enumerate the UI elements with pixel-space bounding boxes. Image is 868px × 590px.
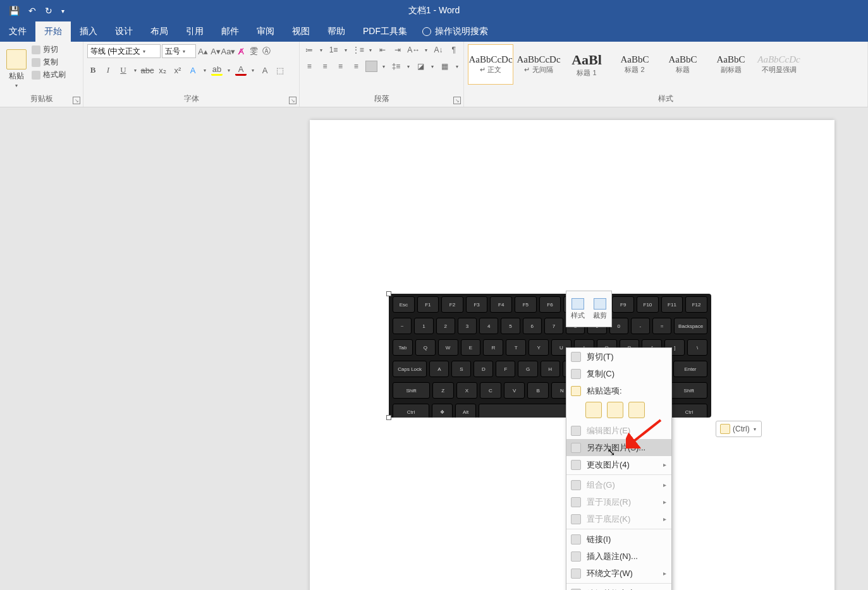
text-effect-icon[interactable]: A: [187, 64, 199, 76]
resize-handle[interactable]: [386, 415, 391, 420]
ctx-copy[interactable]: 复制(C): [566, 365, 671, 382]
align-left-icon[interactable]: ≡: [303, 61, 315, 72]
line-spacing-icon[interactable]: ‡≡: [390, 61, 402, 72]
ctx-bring-front: 置于顶层(R)▸: [566, 493, 671, 510]
keyboard-key: Caps Lock: [393, 361, 427, 377]
format-painter-button[interactable]: 格式刷: [32, 69, 66, 80]
paste-button[interactable]: 粘贴 ▾: [4, 44, 29, 93]
keyboard-key: A: [429, 361, 449, 377]
align-center-icon[interactable]: ≡: [319, 61, 331, 72]
keyboard-key: Enter: [673, 361, 707, 377]
bold-button[interactable]: B: [87, 64, 99, 76]
keyboard-key: H: [541, 361, 560, 377]
style-item[interactable]: AaBbC标题 2: [612, 44, 657, 85]
ltr-icon[interactable]: A↔: [407, 44, 420, 56]
ctx-cut[interactable]: 剪切(T): [566, 348, 671, 365]
fill-icon[interactable]: ◪: [415, 61, 427, 72]
paste-option-picture[interactable]: [628, 402, 645, 418]
style-item[interactable]: AaBbCcDc不明显强调: [756, 44, 802, 85]
shading-icon[interactable]: [365, 61, 377, 72]
bullets-icon[interactable]: ≔: [303, 44, 315, 56]
keyboard-key: Ctrl: [393, 404, 429, 418]
copy-icon: [32, 58, 40, 67]
save-icon[interactable]: 💾: [9, 6, 20, 16]
numbering-icon[interactable]: 1≡: [327, 44, 339, 56]
shrink-font-icon[interactable]: A▾: [210, 45, 221, 57]
cut-button[interactable]: 剪切: [32, 44, 66, 55]
show-marks-icon[interactable]: ¶: [448, 44, 460, 56]
tab-pdf[interactable]: PDF工具集: [354, 21, 416, 42]
tab-insert[interactable]: 插入: [71, 21, 106, 42]
style-item[interactable]: AaBbCcDc↵ 正文: [468, 44, 513, 85]
context-menu: 剪切(T) 复制(C) 粘贴选项: 编辑图片(E) 另存为图片(S)... 更改…: [566, 347, 672, 590]
phonetic-icon[interactable]: 雯: [248, 45, 259, 57]
paste-icon: [6, 49, 27, 69]
superscript-button[interactable]: x²: [172, 64, 183, 76]
borders-icon[interactable]: ▦: [439, 61, 451, 72]
styles-gallery[interactable]: AaBbCcDc↵ 正文AaBbCcDc↵ 无间隔AaBl标题 1AaBbC标题…: [468, 44, 802, 93]
ctx-alt-text[interactable]: 编辑替换文字(A)...: [566, 585, 671, 590]
keyboard-key: C: [480, 382, 501, 399]
align-right-icon[interactable]: ≡: [334, 61, 346, 72]
tab-review[interactable]: 审阅: [248, 21, 283, 42]
sort-icon[interactable]: A↓: [432, 44, 444, 56]
paste-options-float[interactable]: (Ctrl) ▾: [716, 421, 762, 437]
change-case-icon[interactable]: Aa▾: [223, 45, 234, 57]
highlight-icon[interactable]: ab: [211, 64, 223, 76]
font-family-combo[interactable]: 等线 (中文正文▾: [87, 44, 161, 58]
paste-option-merge[interactable]: [607, 402, 623, 418]
keyboard-key: F: [496, 361, 515, 377]
picture-style-button[interactable]: 样式: [566, 291, 589, 327]
strike-button[interactable]: abc: [142, 64, 153, 76]
tab-help[interactable]: 帮助: [319, 21, 354, 42]
style-item[interactable]: AaBbCcDc↵ 无间隔: [516, 44, 561, 85]
underline-button[interactable]: U: [118, 64, 129, 76]
tab-view[interactable]: 视图: [283, 21, 319, 42]
mini-toolbar: 样式 裁剪: [566, 291, 612, 327]
crop-button[interactable]: 裁剪: [589, 291, 612, 327]
enclose-icon[interactable]: Ⓐ: [260, 45, 272, 57]
justify-icon[interactable]: ≡: [350, 61, 362, 72]
resize-handle[interactable]: [386, 291, 391, 296]
tab-file[interactable]: 文件: [0, 21, 35, 42]
font-size-combo[interactable]: 五号▾: [162, 44, 196, 58]
dialog-launcher-icon[interactable]: ↘: [289, 97, 296, 104]
decrease-indent-icon[interactable]: ⇤: [377, 44, 388, 56]
ctx-caption[interactable]: 插入题注(N)...: [566, 548, 671, 565]
dialog-launcher-icon[interactable]: ↘: [73, 97, 80, 104]
clear-format-icon[interactable]: A̸: [235, 45, 247, 57]
ctx-wrap-text[interactable]: 环绕文字(W)▸: [566, 565, 671, 582]
ctx-save-as-picture[interactable]: 另存为图片(S)...: [566, 439, 671, 456]
tab-layout[interactable]: 布局: [142, 21, 177, 42]
tab-references[interactable]: 引用: [177, 21, 212, 42]
keyboard-key: 1: [414, 318, 433, 334]
char-border-icon[interactable]: ⬚: [274, 64, 286, 76]
redo-icon[interactable]: ↻: [45, 6, 52, 16]
copy-button[interactable]: 复制: [32, 57, 66, 68]
grow-font-icon[interactable]: A▴: [197, 45, 209, 57]
style-item[interactable]: AaBbC副标题: [708, 44, 754, 85]
wrap-icon: [570, 568, 582, 579]
tab-design[interactable]: 设计: [106, 21, 142, 42]
tab-mailings[interactable]: 邮件: [212, 21, 248, 42]
tab-home[interactable]: 开始: [35, 21, 71, 42]
style-item[interactable]: AaBbC标题: [660, 44, 706, 85]
increase-indent-icon[interactable]: ⇥: [392, 44, 403, 56]
ctx-change-picture[interactable]: 更改图片(4)▸: [566, 456, 671, 473]
dialog-launcher-icon[interactable]: ↘: [453, 97, 461, 104]
qat-more-icon[interactable]: ▾: [61, 8, 64, 15]
multilevel-icon[interactable]: ⋮≡: [352, 44, 364, 56]
undo-icon[interactable]: ↶: [28, 6, 36, 16]
keyboard-key: 0: [609, 318, 628, 334]
link-icon: [570, 534, 582, 545]
quick-access-toolbar: 💾 ↶ ↻ ▾: [0, 6, 64, 16]
subscript-button[interactable]: x₂: [157, 64, 168, 76]
char-shading-icon[interactable]: A: [259, 64, 271, 76]
scissors-icon: [570, 351, 582, 363]
tell-me-search[interactable]: 操作说明搜索: [416, 21, 488, 42]
italic-button[interactable]: I: [102, 64, 114, 76]
style-item[interactable]: AaBl标题 1: [564, 44, 609, 85]
ctx-link[interactable]: 链接(I): [566, 531, 671, 548]
font-color-icon[interactable]: A: [235, 64, 247, 76]
paste-option-keep-source[interactable]: [585, 402, 602, 418]
